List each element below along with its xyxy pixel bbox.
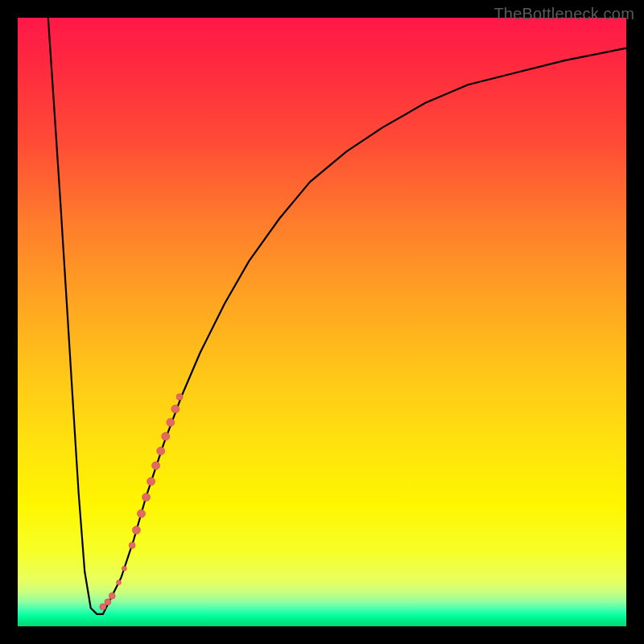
- data-marker: [162, 432, 170, 440]
- curve-svg: [18, 18, 626, 626]
- data-marker: [122, 566, 126, 571]
- data-marker: [157, 447, 165, 455]
- data-marker: [171, 405, 180, 413]
- bottleneck-curve: [48, 18, 626, 614]
- chart-frame: TheBottleneck.com: [0, 0, 644, 644]
- data-marker: [176, 394, 183, 400]
- data-marker: [105, 599, 111, 605]
- data-marker: [129, 543, 135, 549]
- data-marker: [132, 526, 140, 535]
- data-marker: [117, 580, 122, 585]
- data-marker: [167, 419, 175, 427]
- data-markers: [100, 394, 183, 610]
- data-marker: [109, 592, 115, 599]
- data-marker: [142, 493, 151, 502]
- watermark-text: TheBottleneck.com: [493, 5, 634, 23]
- data-marker: [147, 477, 155, 485]
- data-marker: [100, 604, 106, 610]
- plot-area: [18, 18, 626, 626]
- data-marker: [152, 461, 160, 469]
- data-marker: [138, 510, 146, 518]
